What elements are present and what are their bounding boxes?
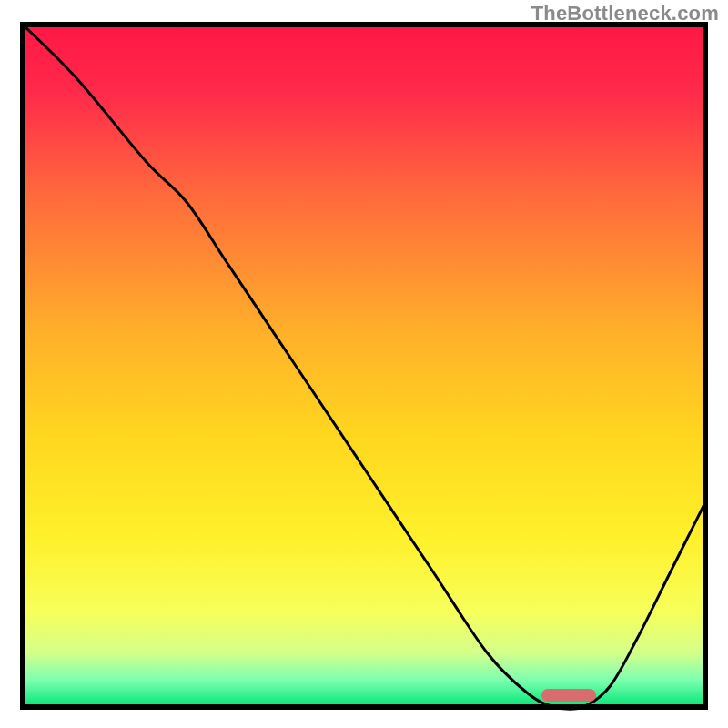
watermark-text: TheBottleneck.com xyxy=(531,2,719,25)
optimal-marker xyxy=(541,689,596,702)
chart-container: TheBottleneck.com xyxy=(0,0,728,728)
plot-background xyxy=(23,25,705,707)
bottleneck-chart xyxy=(0,0,728,728)
